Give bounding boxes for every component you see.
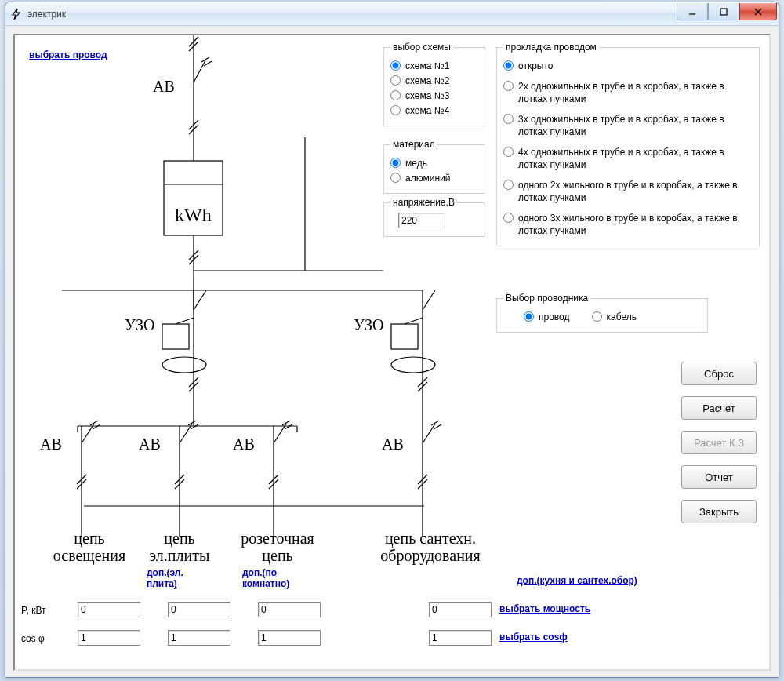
laying-opt-4[interactable]: одного 2х жильного в трубе и в коробах, … [503,179,753,204]
titlebar: электрик [5,2,779,26]
p-input-4[interactable] [429,602,492,617]
laying-opt-1[interactable]: 2х одножильных в трубе и в коробах, а та… [503,80,753,105]
svg-line-46 [180,424,192,443]
circuit-1-label: цепь освещения [46,530,132,564]
ab-1-label: АВ [40,435,62,453]
calc-button[interactable]: Расчет [681,396,757,420]
cos-input-4[interactable] [429,630,492,646]
svg-line-29 [423,290,435,310]
dop-plita-link[interactable]: доп.(эл. плита) [147,567,201,589]
select-power-link[interactable]: выбрать мощность [499,603,590,614]
p-row-label: P, кВт [21,605,45,616]
ab-4-label: АВ [382,435,404,453]
laying-opt-5[interactable]: одного 3х жильного в трубе и в коробах, … [503,212,753,237]
close-button[interactable]: Закрыть [681,500,757,523]
svg-line-49 [274,424,286,443]
calc-kz-button[interactable]: Расчет К.З [681,431,757,454]
ab-top-label: АВ [153,78,175,96]
p-input-1[interactable] [78,602,140,617]
laying-legend: прокладка проводом [503,42,599,53]
ab-3-label: АВ [233,435,255,453]
svg-line-43 [82,424,94,443]
report-button[interactable]: Отчет [681,465,757,489]
cos-input-2[interactable] [168,630,230,646]
circuit-3-label: розеточная цепь [234,530,321,564]
circuit-4-label: цепь сантехн. оброрудования [376,530,485,564]
select-cos-link[interactable]: выбрать cosф [499,632,568,643]
conductor-wire[interactable]: провод [524,311,570,323]
close-window-button[interactable] [739,3,777,20]
maximize-button[interactable] [708,3,739,20]
svg-line-32 [405,318,423,324]
uzo-left-label: УЗО [125,316,154,334]
laying-opt-0[interactable]: открыто [503,60,753,72]
dop-kitchen-link[interactable]: доп.(кухня и сантех.обор) [517,575,637,586]
conductor-group: Выбор проводника провод кабель [496,293,708,333]
laying-opt-2[interactable]: 3х одножильных в трубе и в коробах, а та… [503,113,753,138]
cos-input-1[interactable] [78,630,140,646]
svg-line-52 [423,424,435,443]
cos-input-3[interactable] [258,630,321,646]
svg-line-21 [194,290,206,310]
dop-room-link[interactable]: доп.(по комнатно) [242,567,305,589]
ab-2-label: АВ [139,435,161,453]
reset-button[interactable]: Сброс [681,362,757,385]
p-input-3[interactable] [258,602,321,617]
svg-point-33 [391,357,435,373]
svg-line-7 [194,60,205,82]
action-buttons: Сброс Расчет Расчет К.З Отчет Закрыть [681,362,757,523]
window-title: электрик [27,9,66,20]
kwh-label: kWh [175,205,212,226]
schematic-diagram [15,35,517,537]
svg-rect-31 [391,324,418,349]
window-buttons [677,3,777,20]
circuit-2-label: цепь эл.плиты [140,530,219,564]
laying-opt-3[interactable]: 4х одножильных в трубе и в коробах, а та… [503,146,753,171]
laying-group: прокладка проводом открыто 2х одножильны… [496,42,760,246]
minimize-button[interactable] [677,3,708,20]
client-area: выбрать провод выбор схемы схема №1 схем… [13,34,771,671]
p-input-2[interactable] [168,602,230,617]
svg-point-25 [162,357,206,373]
bolt-icon [10,8,23,20]
uzo-right-label: УЗО [354,316,383,334]
svg-line-24 [176,318,194,324]
svg-rect-23 [162,324,189,349]
app-window: электрик выбрать провод выбор схемы схем… [5,2,779,678]
cos-row-label: cos φ [21,633,45,644]
conductor-cable[interactable]: кабель [592,311,637,323]
svg-rect-1 [720,9,727,15]
